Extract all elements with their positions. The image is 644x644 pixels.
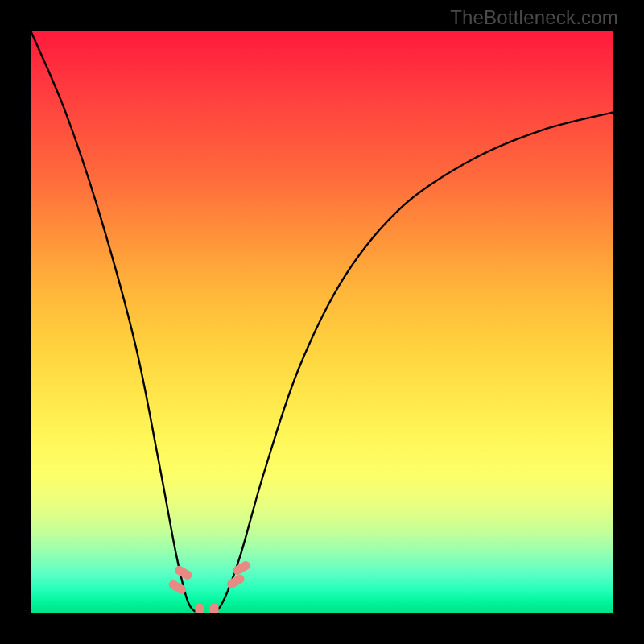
watermark-text: TheBottleneck.com (450, 6, 618, 29)
data-marker (226, 573, 246, 589)
chart-frame: TheBottleneck.com (0, 0, 644, 644)
curve-path (31, 31, 613, 613)
data-marker (210, 604, 218, 613)
data-marker (196, 604, 204, 613)
bottleneck-curve (31, 31, 613, 613)
data-marker (167, 580, 187, 596)
plot-area (31, 31, 613, 613)
data-marker (232, 560, 251, 576)
data-marker (174, 564, 193, 580)
curve-markers (167, 560, 251, 613)
